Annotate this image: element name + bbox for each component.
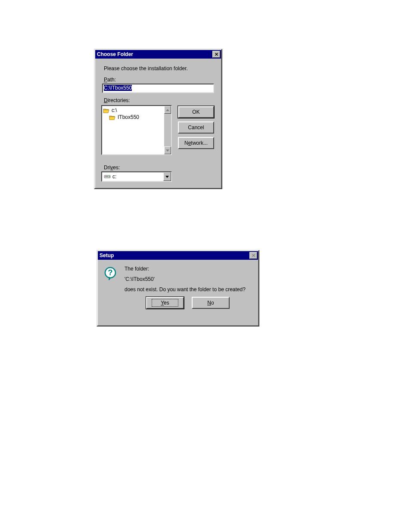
drives-label: Drives: [104,165,215,171]
folder-open-icon [103,108,110,113]
instruction-text: Please choose the installation folder. [104,65,215,72]
ok-button[interactable]: OK [178,106,214,118]
no-button[interactable]: No [192,297,230,309]
yes-button[interactable]: Yes [146,297,184,309]
dialog-title: Setup [100,252,114,258]
svg-text:?: ? [108,268,113,277]
directories-listbox[interactable]: c:\ ITbox550 [101,105,172,155]
scrollbar[interactable] [164,106,171,154]
dialog-title: Choose Folder [97,51,133,57]
titlebar[interactable]: Setup ✕ [98,251,258,260]
chevron-down-icon[interactable] [163,172,171,181]
drives-combobox[interactable]: c: [101,171,172,182]
question-icon: ? [104,267,118,280]
scroll-track[interactable] [164,114,171,146]
directories-label: Directories: [104,97,215,103]
titlebar[interactable]: Choose Folder ✕ [95,50,221,59]
list-item[interactable]: ITbox550 [103,114,163,121]
drive-icon [104,174,111,179]
close-icon[interactable]: ✕ [249,252,257,259]
tree-item-label: c:\ [112,107,117,113]
message-question: does not exist. Do you want the folder t… [125,286,251,292]
drive-value: c: [112,174,116,180]
svg-rect-1 [105,176,108,177]
path-input[interactable]: C:\ITbox550 [102,84,214,93]
message-path: 'C:\ITbox550' [125,276,251,282]
path-value: C:\ITbox550 [104,85,132,91]
folder-open-icon [109,115,116,120]
choose-folder-dialog: Choose Folder ✕ Please choose the instal… [94,49,222,189]
cancel-button[interactable]: Cancel [178,121,214,134]
scroll-down-icon[interactable] [164,146,171,154]
setup-confirm-dialog: Setup ✕ ? The folder: 'C:\ITbox550' does… [97,250,259,327]
message-line: The folder: [125,266,251,272]
tree-item-label: ITbox550 [118,114,139,120]
list-item[interactable]: c:\ [103,107,163,114]
close-icon[interactable]: ✕ [212,51,220,58]
svg-point-2 [109,176,110,177]
scroll-up-icon[interactable] [164,106,171,114]
network-button[interactable]: Network... [178,137,214,149]
path-label: Path: [104,77,215,83]
